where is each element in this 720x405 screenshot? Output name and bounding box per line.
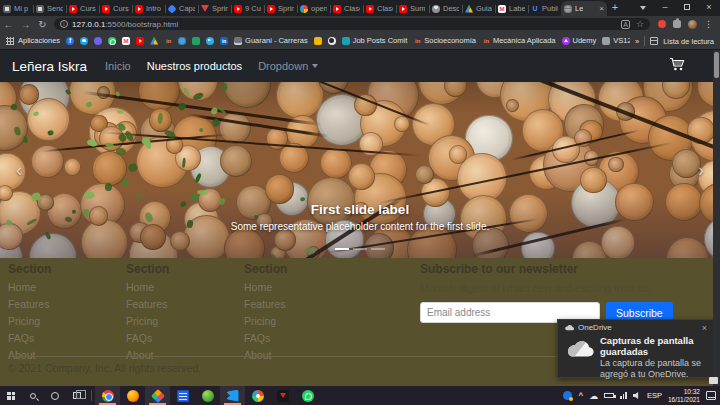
browser-tab[interactable]: 9 Cur — [231, 1, 264, 16]
scrollbar-thumb[interactable] — [714, 52, 719, 78]
footer-link-features[interactable]: Features — [8, 298, 126, 310]
carousel-indicator-1[interactable] — [335, 248, 349, 250]
footer-link-pricing[interactable]: Pricing — [244, 315, 420, 327]
extensions-puzzle-icon[interactable] — [673, 20, 681, 28]
bookmark-item[interactable] — [328, 37, 336, 45]
footer-link-features[interactable]: Features — [126, 298, 244, 310]
bookmark-item[interactable] — [94, 37, 102, 45]
browser-tab[interactable]: Clase — [363, 1, 396, 16]
minimize-button[interactable]: – — [654, 0, 676, 16]
profile-avatar[interactable] — [688, 20, 697, 29]
volume-icon[interactable] — [633, 392, 641, 400]
browser-tab[interactable]: Sprin — [198, 1, 231, 16]
carousel-indicator-2[interactable] — [353, 248, 367, 250]
footer-link-pricing[interactable]: Pricing — [126, 315, 244, 327]
onedrive-toast[interactable]: OneDrive × Capturas de pantalla guardada… — [557, 319, 714, 378]
footer-link-faqs[interactable]: FAQs — [8, 332, 126, 344]
footer-link-home[interactable]: Home — [244, 281, 420, 293]
language-indicator[interactable]: ESP — [647, 391, 662, 400]
taskbar-app-shield-app[interactable] — [145, 386, 170, 405]
site-brand[interactable]: Leñera Iskra — [12, 59, 87, 74]
footer-link-about[interactable]: About — [244, 349, 420, 361]
toast-close-icon[interactable]: × — [702, 324, 707, 332]
task-view-button[interactable] — [66, 386, 88, 405]
onedrive-tray-icon[interactable]: ☁ — [589, 391, 598, 401]
footer-link-about[interactable]: About — [126, 349, 244, 361]
nav-item-inicio[interactable]: Inicio — [105, 60, 131, 72]
taskbar-app-news-pinwheel[interactable] — [245, 386, 270, 405]
taskbar-app-firefox[interactable] — [120, 386, 145, 405]
browser-tab-active[interactable]: Le× — [561, 1, 607, 16]
taskbar-clock[interactable]: 10:3216/11/2021 — [668, 388, 700, 403]
browser-tab[interactable]: Clase — [330, 1, 363, 16]
bookmark-item[interactable] — [206, 37, 214, 45]
bookmark-item[interactable] — [122, 37, 130, 45]
reload-icon[interactable]: ↻ — [34, 19, 51, 30]
browser-tab[interactable]: Sprin — [264, 1, 297, 16]
footer-link-home[interactable]: Home — [126, 281, 244, 293]
reading-list-label[interactable]: Lista de lectura — [663, 37, 714, 46]
footer-link-pricing[interactable]: Pricing — [8, 315, 126, 327]
footer-link-about[interactable]: About — [8, 349, 126, 361]
bookmark-item[interactable]: Mecánica Aplicada — [482, 36, 556, 45]
bookmark-item[interactable] — [192, 37, 200, 45]
bookmark-item[interactable] — [220, 37, 228, 45]
search-button[interactable] — [22, 386, 44, 405]
start-button[interactable] — [0, 386, 22, 405]
browser-tab[interactable]: Mi p — [0, 1, 33, 16]
cortana-button[interactable] — [44, 386, 66, 405]
account-tray-icon[interactable] — [563, 391, 572, 400]
carousel-next-icon[interactable]: › — [698, 160, 704, 181]
browser-tab[interactable]: Labe — [495, 1, 528, 16]
page-scrollbar[interactable] — [713, 50, 720, 386]
bookmark-item[interactable] — [108, 37, 116, 45]
browser-tab[interactable]: Curs — [99, 1, 132, 16]
browser-tab[interactable]: open — [297, 1, 330, 16]
browser-tab[interactable]: Publi — [528, 1, 561, 16]
record-extension-icon[interactable] — [658, 20, 666, 28]
carousel-prev-icon[interactable]: ‹ — [16, 160, 22, 181]
tray-chevron-up-icon[interactable]: ^ — [578, 391, 583, 400]
bookmark-item[interactable]: Udemy — [562, 36, 597, 45]
taskbar-app-vscode[interactable] — [220, 386, 245, 405]
new-tab-button[interactable]: + — [607, 0, 623, 16]
bookmark-item[interactable] — [164, 37, 172, 45]
bookmark-item[interactable] — [150, 37, 158, 45]
nav-item-nuestros-productos[interactable]: Nuestros productos — [147, 60, 242, 72]
carousel-indicator-3[interactable] — [371, 248, 385, 250]
taskbar-app-red-v[interactable] — [270, 386, 295, 405]
address-bar[interactable]: i 127.0.0.1:5500/bootstrap.html A ☆ — [54, 18, 650, 30]
browser-tab[interactable]: Capa — [165, 1, 198, 16]
bookmark-item[interactable] — [136, 37, 144, 45]
bookmark-item[interactable] — [80, 37, 88, 45]
taskbar-app-green-app[interactable] — [195, 386, 220, 405]
tab-search-chevron-icon[interactable] — [632, 0, 654, 16]
battery-icon[interactable] — [604, 393, 614, 398]
footer-link-features[interactable]: Features — [244, 298, 420, 310]
close-button[interactable]: × — [698, 0, 720, 16]
browser-menu-icon[interactable]: ⋮ — [704, 20, 713, 29]
footer-link-home[interactable]: Home — [8, 281, 126, 293]
cart-icon[interactable] — [669, 57, 686, 76]
taskbar-app-whatsapp[interactable] — [295, 386, 320, 405]
browser-tab[interactable]: Intro — [132, 1, 165, 16]
taskbar-app-blue-notes[interactable] — [170, 386, 195, 405]
bookmark-item[interactable]: Job Posts Comit — [342, 36, 408, 45]
maximize-button[interactable] — [676, 0, 698, 16]
site-info-icon[interactable]: i — [60, 20, 68, 28]
browser-tab[interactable]: Send — [33, 1, 66, 16]
taskbar-app-chrome[interactable] — [95, 386, 120, 405]
action-center-icon[interactable] — [706, 391, 716, 400]
footer-link-faqs[interactable]: FAQs — [244, 332, 420, 344]
browser-tab[interactable]: Sum — [396, 1, 429, 16]
bookmarks-overflow-chevron[interactable]: » — [635, 37, 639, 46]
bookmark-item[interactable] — [314, 37, 322, 45]
network-signal-icon[interactable] — [620, 392, 627, 399]
forward-icon[interactable]: → — [17, 19, 34, 30]
back-icon[interactable]: ← — [0, 19, 17, 30]
footer-link-faqs[interactable]: FAQs — [126, 332, 244, 344]
bookmark-star-icon[interactable]: ☆ — [636, 20, 644, 29]
tab-close-icon[interactable]: × — [599, 5, 604, 13]
bookmark-apps[interactable]: Aplicaciones — [6, 36, 60, 45]
nav-item-dropdown[interactable]: Dropdown — [258, 60, 318, 72]
